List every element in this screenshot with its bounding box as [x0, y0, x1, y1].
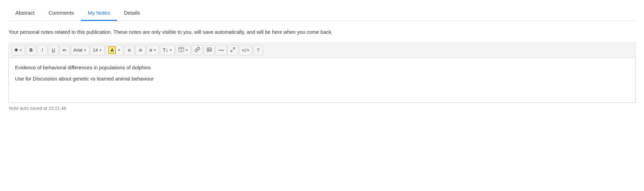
- text-style-button[interactable]: T↕ ▼: [160, 45, 175, 55]
- help-button[interactable]: ?: [253, 45, 263, 55]
- tab-comments[interactable]: Comments: [42, 6, 81, 21]
- ordered-list-icon: ≡: [139, 47, 142, 53]
- tab-abstract[interactable]: Abstract: [8, 6, 42, 21]
- link-icon: [195, 47, 200, 53]
- font-color-button[interactable]: A ▼: [105, 45, 123, 55]
- underline-label: U: [52, 47, 55, 53]
- editor-line-2: Use for Discussion about genetic vs lear…: [15, 75, 629, 83]
- svg-point-4: [208, 49, 209, 49]
- chevron-down-icon: ▼: [117, 48, 120, 52]
- font-family-button[interactable]: Arial ▼: [71, 45, 89, 55]
- chevron-down-icon: ▼: [83, 48, 87, 52]
- font-size-button[interactable]: 14 ▼: [90, 45, 105, 55]
- code-icon: </>: [242, 48, 249, 53]
- hr-button[interactable]: —: [215, 45, 227, 55]
- tab-bar: Abstract Comments My Notes Details: [8, 0, 636, 21]
- link-button[interactable]: [192, 45, 203, 55]
- table-button[interactable]: ▼: [176, 45, 191, 55]
- code-button[interactable]: </>: [239, 45, 252, 55]
- bold-button[interactable]: B: [26, 45, 36, 55]
- italic-label: I: [42, 47, 43, 53]
- image-icon: [206, 47, 212, 53]
- svg-rect-3: [207, 48, 211, 51]
- hr-icon: —: [218, 47, 224, 53]
- image-button[interactable]: [204, 45, 215, 55]
- italic-button[interactable]: I: [37, 45, 47, 55]
- text-style-icon: T↕: [163, 47, 168, 53]
- autosave-status: Note auto saved at 23:21:48: [8, 106, 636, 111]
- fullscreen-icon: [230, 47, 235, 53]
- editor-line-1: Evidence of behavioral differences in po…: [15, 63, 629, 72]
- chevron-down-icon: ▼: [19, 48, 22, 52]
- chevron-down-icon: ▼: [99, 48, 102, 52]
- chevron-down-icon: ▼: [169, 48, 173, 52]
- notes-editor[interactable]: Evidence of behavioral differences in po…: [8, 58, 636, 103]
- underline-button[interactable]: U: [48, 45, 59, 55]
- bold-label: B: [29, 47, 32, 53]
- help-icon: ?: [257, 47, 259, 53]
- font-family-label: Arial: [73, 47, 82, 53]
- font-color-a-label: A: [108, 46, 116, 54]
- chevron-down-icon: ▼: [185, 48, 188, 52]
- unordered-list-button[interactable]: ≡: [124, 45, 134, 55]
- list-icon: ≡: [128, 47, 131, 53]
- magic-icon: ✱: [14, 47, 18, 53]
- chevron-down-icon: ▼: [153, 48, 156, 52]
- table-icon: [178, 47, 184, 53]
- notes-description: Your personal notes related to this publ…: [8, 29, 636, 36]
- strikethrough-button[interactable]: ✏: [59, 45, 70, 55]
- tab-my-notes[interactable]: My Notes: [81, 6, 117, 21]
- align-icon: ≡: [149, 47, 152, 53]
- editor-toolbar: ✱ ▼ B I U ✏ Arial ▼ 14 ▼ A ▼ ≡ ≡ ≡ ▼: [8, 43, 636, 58]
- styles-button[interactable]: ✱ ▼: [12, 45, 25, 55]
- fullscreen-button[interactable]: [227, 45, 238, 55]
- align-button[interactable]: ≡ ▼: [146, 45, 159, 55]
- eraser-icon: ✏: [63, 47, 67, 53]
- font-size-label: 14: [93, 47, 98, 53]
- ordered-list-button[interactable]: ≡: [135, 45, 146, 55]
- tab-details[interactable]: Details: [117, 6, 147, 21]
